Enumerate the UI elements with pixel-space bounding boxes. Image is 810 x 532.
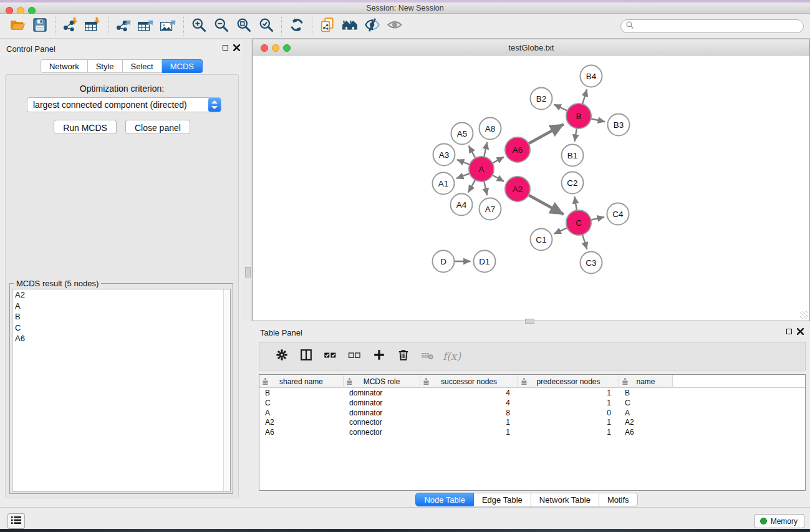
export-table-button[interactable] (135, 16, 157, 36)
table-row[interactable]: A6connector11A6 (259, 427, 805, 437)
selected-criterion: largest connected component (directed) (27, 100, 208, 110)
table-cell: 1 (518, 427, 619, 437)
column-header-name[interactable]: name (619, 375, 673, 388)
network-title: testGlobe.txt (253, 43, 809, 52)
mcds-result-list[interactable]: A2ABCA6 (12, 289, 231, 491)
search-field[interactable] (637, 21, 803, 32)
column-header-label[interactable]: name (636, 377, 655, 386)
hide-graphics-details-button[interactable] (361, 16, 383, 36)
result-item[interactable]: A6 (12, 333, 230, 344)
float-panel-icon[interactable] (223, 45, 228, 51)
tab-node-table[interactable]: Node Table (415, 493, 474, 506)
export-image-button[interactable] (157, 16, 180, 36)
tab-edge-table[interactable]: Edge Table (474, 493, 531, 506)
export-network-icon (115, 17, 132, 36)
show-graphics-details-button[interactable] (383, 16, 406, 36)
node-label-D1: D1 (479, 257, 489, 266)
import-table-icon (85, 17, 101, 36)
optimization-criterion-select[interactable]: largest connected component (directed) (27, 97, 221, 112)
clone-network-button[interactable] (316, 16, 339, 36)
control-panel-tabs: NetworkStyleSelectMCDS (0, 59, 243, 73)
column-header-MCDS-role[interactable]: MCDS role (344, 375, 420, 388)
zoom-out-button[interactable] (210, 16, 233, 36)
column-type-icon (423, 378, 429, 387)
zoom-fit-icon (236, 17, 252, 36)
zoom-in-button[interactable] (188, 16, 210, 36)
result-item[interactable]: A (12, 301, 230, 312)
node-label-B4: B4 (586, 72, 597, 81)
clone-network-icon (319, 17, 335, 36)
network-graph[interactable]: B4B2BB3A5A8A6A3B1AA1C2A2A4A7C4CC1C3DD1 (254, 56, 809, 321)
refresh-button[interactable] (286, 16, 308, 36)
table-row[interactable]: A2connector11A2 (259, 417, 805, 427)
column-header-predecessor-nodes[interactable]: predecessor nodes (518, 375, 619, 388)
result-item[interactable]: C (12, 322, 230, 334)
tab-network-table[interactable]: Network Table (531, 493, 599, 506)
select-all-columns-button[interactable] (318, 345, 342, 367)
column-header-shared-name[interactable]: shared name (259, 375, 344, 388)
deselect-all-columns-icon (348, 349, 361, 364)
column-header-successor-nodes[interactable]: successor nodes (420, 375, 518, 388)
open-session-button[interactable] (6, 16, 29, 36)
column-header-label[interactable]: shared name (279, 377, 323, 386)
result-item[interactable]: A2 (12, 289, 230, 301)
node-label-C3: C3 (586, 258, 596, 268)
column-header-label[interactable]: predecessor nodes (536, 377, 600, 386)
tab-mcds[interactable]: MCDS (162, 59, 203, 73)
header-filler (673, 375, 805, 387)
delete-column-button[interactable] (391, 345, 415, 367)
result-scrollbar[interactable] (223, 289, 230, 491)
add-column-button[interactable] (367, 345, 391, 367)
table-settings-button[interactable] (269, 345, 294, 367)
task-history-button[interactable] (7, 513, 25, 529)
show-columns-button[interactable] (294, 345, 318, 367)
deselect-all-columns-button[interactable] (342, 345, 367, 367)
zoom-selected-button[interactable] (255, 16, 277, 36)
search-input[interactable] (620, 19, 804, 33)
main-area: Control Panel NetworkStyleSelectMCDS Opt… (0, 39, 810, 507)
table-row[interactable]: Bdominator41B (259, 388, 805, 398)
table-header-row: shared nameMCDS rolesuccessor nodesprede… (259, 375, 805, 388)
column-header-label[interactable]: MCDS role (364, 377, 400, 386)
import-table-button[interactable] (82, 16, 104, 36)
table-cell: A6 (619, 427, 673, 437)
float-table-panel-icon[interactable] (786, 329, 792, 334)
column-header-label[interactable]: successor nodes (441, 377, 497, 386)
zoom-fit-button[interactable] (233, 16, 255, 36)
run-mcds-button[interactable]: Run MCDS (54, 120, 117, 134)
tab-select[interactable]: Select (123, 59, 162, 73)
table-settings-icon (275, 348, 289, 364)
close-table-panel-icon[interactable] (797, 328, 804, 335)
save-session-button[interactable] (29, 16, 51, 36)
close-panel-button[interactable]: Close panel (125, 120, 190, 134)
memory-button[interactable]: Memory (755, 514, 804, 528)
network-window-titlebar: testGlobe.txt (253, 39, 809, 56)
table-row[interactable]: Adominator80A (259, 408, 805, 418)
import-network-button[interactable] (59, 16, 82, 36)
tab-motifs[interactable]: Motifs (599, 493, 638, 506)
tab-network[interactable]: Network (41, 59, 88, 73)
table-cell: dominator (344, 398, 420, 408)
export-table-icon (138, 17, 154, 36)
delete-table-icon (421, 349, 434, 364)
divider-grip[interactable] (245, 267, 251, 278)
network-desktop: testGlobe.txt B4B2BB3A5A8A6A3B1AA1C2A2A4… (253, 39, 810, 507)
node-label-D: D (440, 257, 446, 266)
window-resize-grip[interactable] (800, 311, 808, 319)
table-toolbar: f(x) (259, 342, 806, 370)
toolbar-separator (55, 17, 55, 36)
horizontal-divider-grip[interactable] (525, 319, 534, 324)
tab-style[interactable]: Style (88, 59, 123, 73)
export-image-icon (160, 17, 176, 36)
close-panel-icon[interactable] (233, 44, 240, 51)
export-network-button[interactable] (112, 16, 135, 36)
toolbar-buttons (6, 14, 406, 39)
table-row[interactable]: Cdominator41C (259, 398, 805, 408)
task-list-icon (11, 516, 21, 527)
dropdown-stepper-icon (208, 98, 221, 112)
result-item[interactable]: B (12, 311, 230, 322)
add-column-icon (372, 348, 386, 364)
home-button[interactable] (339, 16, 361, 36)
table-cell: 1 (518, 417, 619, 427)
function-builder-button: f(x) (440, 345, 464, 367)
